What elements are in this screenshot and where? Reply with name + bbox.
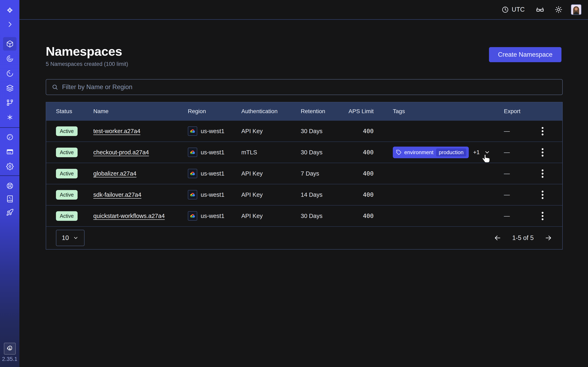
page-title: Namespaces [46, 44, 563, 58]
chevron-down-icon[interactable] [484, 149, 490, 155]
theme-toggle[interactable] [554, 6, 563, 14]
namespace-link[interactable]: quickstart-workflows.a27a4 [93, 213, 165, 219]
status-badge: Active [56, 211, 78, 221]
auth-value: API Key [241, 213, 301, 219]
retention-value: 30 Days [301, 128, 347, 134]
glasses-icon [536, 5, 544, 14]
row-menu-button[interactable] [540, 210, 545, 222]
page-subtitle: 5 Namespaces created (100 limit) [46, 61, 563, 67]
aps-value: 400 [347, 191, 393, 198]
svg-text:$: $ [9, 347, 11, 350]
clock-icon [502, 6, 509, 13]
plan-badge-button[interactable]: $ [4, 343, 16, 355]
search-icon [52, 83, 58, 91]
namespace-link[interactable]: checkout-prod.a27a4 [93, 149, 149, 156]
app-version: 2.35.1 [0, 356, 19, 362]
user-avatar[interactable] [571, 4, 581, 15]
table-row: Active sdk-failover.a27a4 us-west1 API K… [46, 184, 562, 205]
timezone-selector[interactable]: UTC [502, 6, 525, 13]
sidebar-divider [0, 175, 19, 176]
sidebar-item-usage[interactable] [3, 130, 17, 144]
sidebar-item-support[interactable] [3, 179, 17, 192]
namespace-link[interactable]: globalizer.a27a4 [93, 170, 136, 177]
sidebar-item-settings[interactable] [3, 160, 17, 173]
tag-value: production [436, 149, 466, 156]
sidebar-item-getting-started[interactable] [3, 206, 17, 219]
row-menu-button[interactable] [540, 147, 545, 158]
table-row: Active test-worker.a27a4 us-west1 API Ke… [46, 120, 562, 142]
retention-value: 14 Days [301, 192, 347, 198]
sidebar-item-billing[interactable] [3, 145, 17, 158]
sidebar-item-namespaces[interactable] [3, 37, 17, 50]
branch-icon [6, 99, 14, 106]
layers-icon [6, 84, 14, 92]
namespace-link[interactable]: test-worker.a27a4 [93, 128, 140, 134]
col-tags: Tags [393, 108, 504, 115]
spiral-icon [6, 55, 14, 62]
row-menu-button[interactable] [540, 168, 545, 179]
col-region: Region [188, 108, 241, 115]
table-header: Status Name Region Authentication Retent… [46, 102, 562, 120]
aps-value: 400 [347, 149, 393, 156]
sun-icon [554, 6, 563, 14]
life-ring-icon [6, 182, 14, 190]
pagination-range: 1-5 of 5 [512, 234, 534, 242]
row-menu-button[interactable] [540, 189, 545, 201]
rocket-icon [6, 209, 14, 216]
col-name: Name [93, 108, 188, 115]
temporal-logo-icon[interactable] [3, 3, 17, 17]
page-size-value: 10 [62, 234, 69, 242]
sidebar-expand-chevron-icon[interactable] [3, 17, 17, 31]
region-label: us-west1 [201, 128, 224, 134]
table-row: Active quickstart-workflows.a27a4 us-wes… [46, 205, 562, 226]
labs-toggle[interactable] [536, 5, 544, 14]
status-badge: Active [56, 148, 78, 157]
namespace-link[interactable]: sdk-failover.a27a4 [93, 192, 141, 198]
tag-key: environment [404, 149, 433, 156]
create-namespace-button[interactable]: Create Namespace [489, 47, 562, 62]
status-badge: Active [56, 126, 78, 136]
card-icon [6, 148, 14, 156]
cube-icon [6, 40, 14, 48]
tags-more-count[interactable]: +1 [473, 149, 480, 156]
retention-value: 7 Days [301, 170, 347, 177]
sidebar-item-nexus[interactable] [3, 96, 17, 109]
sidebar-item-schedules[interactable] [3, 67, 17, 80]
retention-value: 30 Days [301, 149, 347, 156]
tag-badge[interactable]: environment production [393, 147, 469, 158]
filter-bar[interactable] [46, 79, 563, 95]
next-page-arrow-icon[interactable] [544, 234, 553, 242]
region-label: us-west1 [201, 170, 224, 177]
gcp-region-icon [188, 190, 197, 200]
prev-page-arrow-icon[interactable] [493, 234, 502, 242]
col-authentication: Authentication [241, 108, 301, 115]
sidebar-item-deployments[interactable] [3, 81, 17, 95]
sidebar-item-batch-operations[interactable] [3, 110, 17, 124]
region-label: us-west1 [201, 213, 224, 219]
aps-value: 400 [347, 170, 393, 177]
page-size-select[interactable]: 10 [56, 230, 85, 246]
gear-icon [6, 163, 14, 170]
retention-value: 30 Days [301, 213, 347, 219]
col-aps-limit: APS Limit [347, 108, 393, 115]
auth-value: API Key [241, 192, 301, 198]
export-value: — [504, 149, 532, 156]
export-value: — [504, 192, 532, 198]
tag-icon [396, 150, 402, 155]
sidebar-item-docs[interactable] [3, 192, 17, 206]
aps-value: 400 [347, 212, 393, 219]
gauge-icon [6, 133, 14, 141]
table-pagination: 10 1-5 of 5 [46, 226, 562, 249]
gcp-region-icon [188, 126, 197, 136]
row-menu-button[interactable] [540, 125, 545, 137]
region-label: us-west1 [201, 149, 224, 156]
namespaces-table: Status Name Region Authentication Retent… [46, 102, 563, 250]
main-content: Namespaces 5 Namespaces created (100 lim… [19, 20, 588, 367]
sidebar-item-workflows[interactable] [3, 52, 17, 65]
region-label: us-west1 [201, 192, 224, 198]
dollar-seal-icon: $ [6, 345, 13, 352]
auth-value: API Key [241, 128, 301, 134]
sidebar: $ 2.35.1 [0, 0, 19, 367]
table-row: Active globalizer.a27a4 us-west1 API Key… [46, 163, 562, 184]
filter-input[interactable] [62, 83, 557, 91]
